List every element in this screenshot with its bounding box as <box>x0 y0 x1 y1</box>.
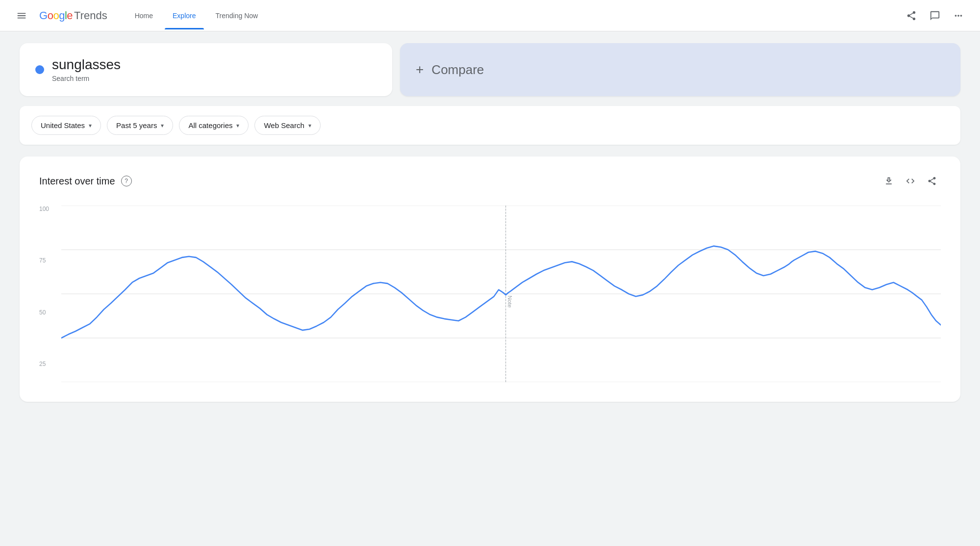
chart-card: Interest over time ? 25 5 <box>20 156 960 402</box>
y-axis-labels: 25 50 75 100 <box>39 206 49 367</box>
feedback-button[interactable] <box>925 6 945 26</box>
type-chevron-icon: ▾ <box>308 122 311 129</box>
chart-title: Interest over time <box>39 176 115 187</box>
period-filter[interactable]: Past 5 years ▾ <box>107 116 173 135</box>
search-term-card: sunglasses Search term <box>20 43 392 96</box>
nav-home[interactable]: Home <box>127 2 161 29</box>
term-type: Search term <box>52 75 121 82</box>
category-filter[interactable]: All categories ▾ <box>179 116 249 135</box>
term-text: sunglasses Search term <box>52 57 121 82</box>
logo-trends-text: Trends <box>74 9 107 22</box>
share-button[interactable] <box>902 6 921 26</box>
term-dot <box>35 65 44 74</box>
compare-card[interactable]: + Compare <box>400 43 960 96</box>
nav-explore[interactable]: Explore <box>165 2 203 29</box>
chart-area: 25 50 75 100 Note <box>39 206 941 382</box>
download-button[interactable] <box>880 172 898 190</box>
y-label-25: 25 <box>39 361 49 367</box>
y-label-50: 50 <box>39 309 49 316</box>
nav-trending[interactable]: Trending Now <box>208 2 266 29</box>
header-nav: Home Explore Trending Now <box>127 2 266 29</box>
embed-button[interactable] <box>902 172 919 190</box>
menu-button[interactable] <box>12 6 31 26</box>
chart-inner: Note <box>61 206 941 382</box>
logo-google-text: Google <box>39 9 73 22</box>
logo: Google Trends <box>39 9 107 22</box>
interest-chart: Note <box>61 206 941 382</box>
search-terms-row: sunglasses Search term + Compare <box>20 43 960 96</box>
header: Google Trends Home Explore Trending Now <box>0 0 980 31</box>
share-chart-button[interactable] <box>923 172 941 190</box>
help-icon[interactable]: ? <box>121 176 132 186</box>
y-label-75: 75 <box>39 257 49 264</box>
header-left: Google Trends <box>12 6 107 26</box>
period-chevron-icon: ▾ <box>161 122 164 129</box>
filter-row: United States ▾ Past 5 years ▾ All categ… <box>20 106 960 145</box>
term-name: sunglasses <box>52 57 121 73</box>
header-right <box>902 6 968 26</box>
chart-title-group: Interest over time ? <box>39 176 132 187</box>
category-chevron-icon: ▾ <box>236 122 239 129</box>
region-chevron-icon: ▾ <box>89 122 92 129</box>
main-content: sunglasses Search term + Compare United … <box>0 31 980 414</box>
type-filter[interactable]: Web Search ▾ <box>254 116 320 135</box>
svg-text:Note: Note <box>507 296 512 308</box>
chart-actions <box>880 172 941 190</box>
compare-plus: + <box>416 62 424 78</box>
apps-button[interactable] <box>949 6 968 26</box>
compare-label: Compare <box>431 62 484 78</box>
y-label-100: 100 <box>39 206 49 212</box>
chart-header: Interest over time ? <box>39 172 941 190</box>
region-filter[interactable]: United States ▾ <box>31 116 101 135</box>
